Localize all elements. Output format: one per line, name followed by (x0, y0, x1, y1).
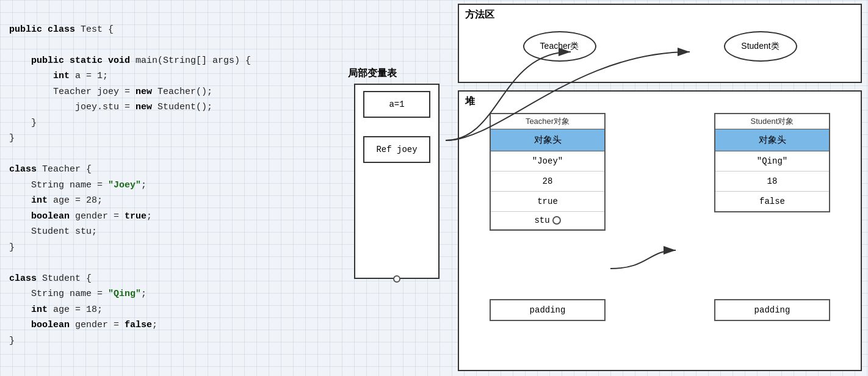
var-cell-joey: Ref joey (363, 136, 430, 163)
heap-area: 堆 Teacher对象 对象头 "Joey" 28 true stu paddi… (458, 90, 862, 371)
student-field-gender: false (715, 192, 829, 211)
student-class-oval: Student类 (724, 31, 797, 62)
local-table-area: 局部变量表 a=1 Ref joey (342, 0, 452, 376)
student-field-age: 18 (715, 172, 829, 192)
teacher-field-age: 28 (491, 172, 604, 192)
method-area: 方法区 Teacher类 Student类 (458, 4, 862, 83)
stu-ref-dot (552, 216, 561, 225)
heap-title: 堆 (465, 95, 475, 108)
teacher-field-stu: stu (491, 212, 604, 230)
local-table-title: 局部变量表 (348, 67, 397, 80)
teacher-obj-head: 对象头 (491, 129, 604, 151)
teacher-padding-cell: padding (490, 299, 606, 321)
student-obj-label: Student对象 (715, 114, 829, 129)
student-field-name: "Qing" (715, 151, 829, 172)
student-obj-box: Student对象 对象头 "Qing" 18 false (714, 113, 830, 212)
method-area-title: 方法区 (465, 9, 494, 21)
teacher-class-oval: Teacher类 (523, 31, 596, 62)
student-obj-head: 对象头 (715, 129, 829, 151)
student-padding-cell: padding (714, 299, 830, 321)
var-cell-a: a=1 (363, 91, 430, 118)
method-ovals: Teacher类 Student类 (459, 5, 861, 82)
local-table-box: a=1 Ref joey (354, 84, 439, 279)
code-panel: public class Test { public static void m… (0, 0, 342, 376)
diagram-area: 方法区 Teacher类 Student类 堆 Teacher对象 对象头 "J… (452, 0, 868, 376)
stu-label: stu (534, 215, 549, 225)
connector-dot-top (393, 275, 400, 283)
teacher-obj-box: Teacher对象 对象头 "Joey" 28 true stu (490, 113, 606, 231)
teacher-obj-label: Teacher对象 (491, 114, 604, 129)
teacher-field-gender: true (491, 192, 604, 212)
teacher-field-name: "Joey" (491, 151, 604, 172)
